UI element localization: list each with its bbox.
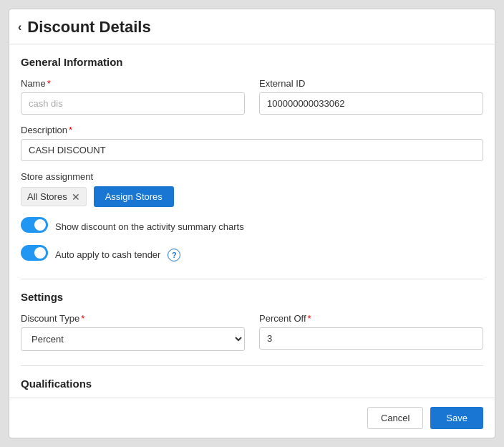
save-button[interactable]: Save <box>430 407 483 429</box>
divider-1 <box>21 279 483 279</box>
external-id-input[interactable] <box>259 92 483 115</box>
all-stores-tag: All Stores ✕ <box>21 187 87 206</box>
modal-body: General Information Name* External ID <box>9 44 495 398</box>
toggle-cash-tender-row: Auto apply to cash tender ? <box>21 245 483 264</box>
all-stores-tag-text: All Stores <box>27 191 67 202</box>
toggle-activity-summary-switch[interactable] <box>21 217 48 233</box>
description-row: Description* <box>21 125 483 161</box>
percent-off-input[interactable] <box>259 327 483 350</box>
modal-header: ‹ Discount Details <box>9 9 495 44</box>
discount-type-select[interactable]: Percent Amount <box>21 327 245 351</box>
percent-off-label: Percent Off* <box>259 313 483 324</box>
external-id-label: External ID <box>259 78 483 89</box>
cancel-button[interactable]: Cancel <box>367 407 423 429</box>
toggle-activity-summary-label: Show discount on the activity summary ch… <box>55 221 244 232</box>
discount-type-group: Discount Type* Percent Amount <box>21 313 245 351</box>
toggle-cash-tender-switch[interactable] <box>21 245 48 261</box>
toggle-cash-tender-slider <box>21 245 48 261</box>
qualifications-title: Qualifications <box>21 378 483 390</box>
qualifications-section: Qualifications Applies To* Ticket Item <box>21 378 483 398</box>
name-label: Name* <box>21 78 245 89</box>
back-button[interactable]: ‹ <box>18 21 21 34</box>
settings-title: Settings <box>21 291 483 303</box>
divider-2 <box>21 365 483 366</box>
general-information-title: General Information <box>21 56 483 68</box>
description-label: Description* <box>21 125 483 135</box>
description-group: Description* <box>21 125 483 161</box>
name-input[interactable] <box>21 92 245 115</box>
modal-container: ‹ Discount Details General Information N… <box>9 9 495 438</box>
page-title: Discount Details <box>27 18 150 37</box>
help-icon[interactable]: ? <box>168 249 180 261</box>
general-information-section: General Information Name* External ID <box>21 56 483 264</box>
all-stores-remove-icon[interactable]: ✕ <box>72 192 80 202</box>
settings-section: Settings Discount Type* Percent Amount P… <box>21 291 483 351</box>
store-assignment-container: Store assignment All Stores ✕ Assign Sto… <box>21 171 483 207</box>
modal-footer: Cancel Save <box>9 398 495 438</box>
toggle-activity-summary-slider <box>21 217 48 233</box>
percent-off-group: Percent Off* <box>259 313 483 351</box>
store-assignment-row: All Stores ✕ Assign Stores <box>21 186 483 207</box>
settings-row: Discount Type* Percent Amount Percent Of… <box>21 313 483 351</box>
toggle-activity-summary-row: Show discount on the activity summary ch… <box>21 217 483 236</box>
name-group: Name* <box>21 78 245 115</box>
assign-stores-button[interactable]: Assign Stores <box>94 186 174 207</box>
discount-type-label: Discount Type* <box>21 313 245 324</box>
external-id-group: External ID <box>259 78 483 115</box>
name-externalid-row: Name* External ID <box>21 78 483 115</box>
toggle-cash-tender-label: Auto apply to cash tender <box>55 249 160 260</box>
description-input[interactable] <box>21 139 483 161</box>
store-assignment-label: Store assignment <box>21 171 483 182</box>
